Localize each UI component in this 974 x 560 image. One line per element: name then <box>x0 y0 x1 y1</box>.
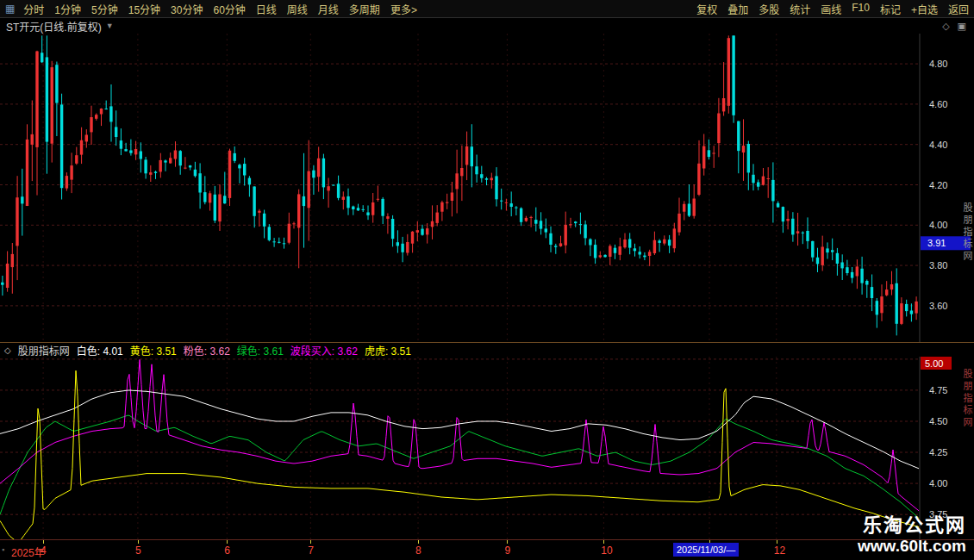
price-axis-label: 4.80 <box>929 59 947 69</box>
month-label: 12 <box>774 544 785 557</box>
month-label: 8 <box>415 544 421 557</box>
month-tick <box>227 540 228 544</box>
period-tab[interactable]: 30分钟 <box>171 2 203 16</box>
indicator-value-label: 波段买入: 3.62 <box>290 343 358 358</box>
month-label: 7 <box>308 544 314 557</box>
candles-layer <box>1 35 918 335</box>
top-toolbar: ▦ 分时1分钟5分钟15分钟30分钟60分钟日线周线月线多周期更多> 复权叠加多… <box>0 0 974 18</box>
price-axis-label: 4.20 <box>929 180 947 190</box>
chart-title-bar: ST开元(日线.前复权) ▼ ◇ ▣ <box>0 18 974 34</box>
indicator-header: ◇ 股朋指标网白色: 4.01黄色: 3.51粉色: 3.62绿色: 3.61波… <box>0 342 974 357</box>
tool-buttons: 复权叠加多股统计画线F10标记+自选返回 <box>696 2 969 16</box>
app-menu-icon[interactable]: ▦ <box>5 3 15 15</box>
period-tab[interactable]: 5分钟 <box>91 2 118 16</box>
indicator-axis-label: 4.50 <box>929 416 947 426</box>
price-axis-label: 3.60 <box>929 301 947 311</box>
tool-button[interactable]: 叠加 <box>727 2 748 16</box>
indicator-value-label: 黄色: 3.51 <box>130 343 177 358</box>
period-tab[interactable]: 周线 <box>287 2 308 16</box>
indicator-axis-label: 4.75 <box>929 385 947 395</box>
month-label: 9 <box>504 544 510 557</box>
tool-button[interactable]: 多股 <box>759 2 779 16</box>
indicator-value-label: 粉色: 3.62 <box>184 343 230 358</box>
tool-button[interactable]: 画线 <box>821 2 841 16</box>
period-tab[interactable]: 1分钟 <box>54 2 81 16</box>
month-tick <box>138 540 139 544</box>
period-tab[interactable]: 分时 <box>23 2 44 16</box>
tool-button[interactable]: 标记 <box>880 2 901 16</box>
date-highlight-badge: 2025/11/03/— <box>673 543 739 557</box>
price-axis-label: 4.00 <box>929 220 947 230</box>
tool-button[interactable]: 复权 <box>696 2 717 16</box>
period-tab[interactable]: 日线 <box>256 2 277 16</box>
collapse-diamond-icon[interactable]: ◇ <box>4 345 11 355</box>
vertical-watermark-indicator: 股朋指标网 <box>960 369 974 429</box>
watermark-site-url: www.60lt.com <box>858 537 966 556</box>
stock-title[interactable]: ST开元(日线.前复权) <box>6 19 102 34</box>
month-tick <box>777 540 777 544</box>
indicator-line-chart[interactable]: 5.004.754.504.254.003.75 <box>0 357 974 539</box>
month-tick <box>507 540 508 544</box>
svg-text:3.91: 3.91 <box>927 238 946 248</box>
price-axis-label: 3.80 <box>929 260 947 271</box>
month-label: 4 <box>41 544 47 557</box>
chevron-down-icon[interactable]: ▼ <box>106 22 114 30</box>
month-tick <box>310 540 311 544</box>
tool-button[interactable]: F10 <box>852 2 870 16</box>
time-axis: ▪ 2025年 45678910122025/11/03/— <box>0 539 974 560</box>
period-tab[interactable]: 更多> <box>390 2 417 16</box>
indicator-axis-label: 4.25 <box>929 447 947 457</box>
watermark-site-name: 乐淘公式网 <box>858 509 966 537</box>
period-tabs: 分时1分钟5分钟15分钟30分钟60分钟日线周线月线多周期更多> <box>23 2 417 16</box>
period-tab[interactable]: 60分钟 <box>213 2 245 16</box>
price-axis-label: 4.60 <box>929 99 947 109</box>
vertical-watermark-main: 股朋指标网 <box>960 202 974 263</box>
indicator-value-label: 白色: 4.01 <box>77 343 123 358</box>
main-grid-layer <box>0 34 920 342</box>
site-watermark: 乐淘公式网 www.60lt.com <box>858 509 966 556</box>
indicator-axis-label: 4.00 <box>929 478 947 488</box>
title-bar-icons: ◇ ▣ <box>942 21 968 32</box>
price-axis-label: 4.40 <box>929 140 947 150</box>
year-label: 2025年 <box>11 544 45 559</box>
month-tick <box>418 540 419 544</box>
window-icon[interactable]: ▣ <box>958 21 966 32</box>
month-label: 6 <box>224 544 230 557</box>
period-tab[interactable]: 15分钟 <box>128 2 160 16</box>
main-candlestick-chart[interactable]: 4.804.604.404.204.003.803.603.91 <box>0 34 974 342</box>
month-tick <box>43 540 44 544</box>
indicator-value-label: 虎虎: 3.51 <box>365 343 411 358</box>
svg-text:5.00: 5.00 <box>925 358 943 369</box>
tool-button[interactable]: 统计 <box>790 2 810 16</box>
diamond-icon[interactable]: ◇ <box>942 21 949 32</box>
indicator-value-label: 绿色: 3.61 <box>237 343 284 358</box>
period-tab[interactable]: 多周期 <box>349 2 380 16</box>
month-label: 10 <box>601 544 612 557</box>
period-tab[interactable]: 月线 <box>318 2 339 16</box>
tool-button[interactable]: 返回 <box>948 2 969 16</box>
corner-icon[interactable]: ▪ <box>2 545 4 554</box>
month-label: 5 <box>135 544 141 557</box>
month-tick <box>603 540 604 544</box>
indicator-value-label: 股朋指标网 <box>18 343 70 358</box>
tool-button[interactable]: +自选 <box>911 2 938 16</box>
